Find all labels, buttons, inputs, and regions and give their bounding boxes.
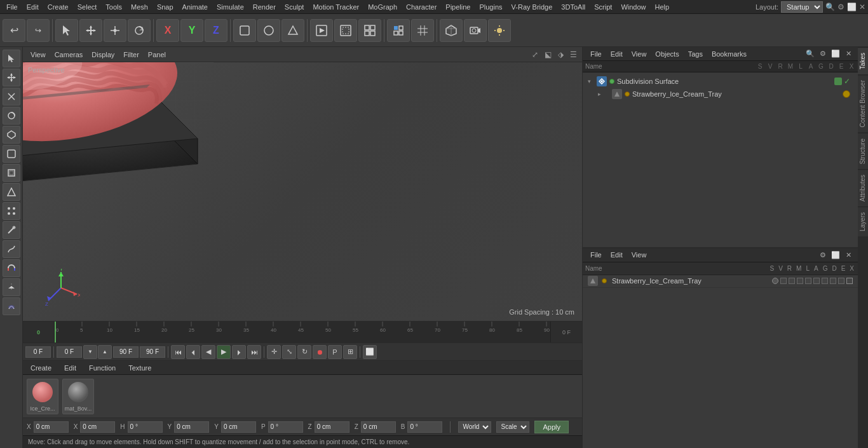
material-swatch-0[interactable]: Ice_Cre... [27,379,58,414]
knife-tool[interactable] [3,221,20,239]
camera-button[interactable] [464,19,487,42]
render-button[interactable] [310,19,333,42]
menu-edit[interactable]: Edit [23,2,43,12]
polygon-tool[interactable] [3,126,20,144]
rotate-button[interactable] [128,19,151,42]
transport-step-frame[interactable] [140,346,165,358]
transport-start-frame[interactable] [25,346,51,358]
vp-panel-menu[interactable]: Panel [144,50,170,60]
attr-file-menu[interactable]: File [587,250,606,260]
mat-edit-menu[interactable]: Edit [60,363,80,373]
attr-expand-btn[interactable]: ⬜ [830,249,841,261]
om-edit-menu[interactable]: Edit [607,49,627,59]
cursor-tool[interactable] [3,50,20,67]
transport-play-back[interactable]: ◀ [201,345,215,359]
mat-function-menu[interactable]: Function [85,363,119,373]
menu-tools[interactable]: Tools [102,2,126,12]
settings-icon[interactable]: ⚙ [837,3,844,11]
layout-select[interactable]: Startup [781,1,823,13]
rotate-tool[interactable] [3,107,20,125]
transport-grid[interactable]: ⊞ [343,345,357,359]
menu-simulate[interactable]: Simulate [213,2,248,12]
coord-p-val[interactable] [268,421,303,433]
menu-snap[interactable]: Snap [153,2,177,12]
object-tree[interactable]: ▾ Subdivision Surface ✓ ▸ [583,72,858,247]
om-expand-btn[interactable]: ⬜ [830,48,841,60]
vp-icon-4[interactable]: ☰ [568,50,578,60]
perspective-button[interactable] [440,19,463,42]
om-search-btn[interactable]: 🔍 [804,48,816,60]
face-mode-tool[interactable] [3,183,20,201]
vp-icon-1[interactable]: ⤢ [530,50,540,60]
tab-structure[interactable]: Structure [858,133,868,170]
vp-view-menu[interactable]: View [27,50,50,60]
coord-h-val[interactable] [128,421,163,433]
menu-help[interactable]: Help [651,2,674,12]
coord-b-val[interactable] [407,421,442,433]
transport-frame-dec[interactable]: ▼ [83,345,97,359]
tab-takes[interactable]: Takes [858,47,868,74]
coord-x2-val[interactable] [80,421,115,433]
menu-3dtoall[interactable]: 3DToAll [557,2,589,12]
menu-script[interactable]: Script [590,2,616,12]
om-settings-btn[interactable]: ⚙ [817,48,829,60]
scale-tool[interactable] [3,88,20,105]
vp-cameras-menu[interactable]: Cameras [51,50,87,60]
move-button[interactable] [79,19,102,42]
viewport[interactable]: Perspective Grid Spacing : 10 cm Z X [23,62,582,321]
coord-x-pos[interactable] [34,421,69,433]
render-region-button[interactable] [334,19,357,42]
object-row-icecream[interactable]: ▸ Strawberry_Ice_Cream_Tray [585,88,855,100]
apply-button[interactable]: Apply [534,421,569,433]
transport-record[interactable]: ⏺ [313,345,327,359]
tab-content-browser[interactable]: Content Browser [858,74,868,132]
om-bookmarks-menu[interactable]: Bookmarks [708,49,750,59]
om-close-btn[interactable]: ✕ [843,48,854,60]
move-tool[interactable] [3,69,20,86]
point-mode-tool[interactable] [3,202,20,220]
om-tags-menu[interactable]: Tags [684,49,707,59]
om-view-menu[interactable]: View [628,49,651,59]
scale-select[interactable]: Scale [496,421,529,433]
transport-layout[interactable]: ⬜ [363,345,377,359]
menu-create[interactable]: Create [44,2,72,12]
coord-z-pos[interactable] [315,421,349,433]
symmetry-tool[interactable] [3,278,20,296]
redo-button[interactable]: ↪ [27,19,50,42]
transport-rotate[interactable]: ↻ [297,345,311,359]
menu-animate[interactable]: Animate [179,2,212,12]
vp-icon-3[interactable]: ⬗ [555,50,566,60]
coord-y-pos[interactable] [174,421,209,433]
transport-scale[interactable]: ⤡ [282,345,296,359]
obj-expand-subdivision[interactable]: ▾ [588,78,594,85]
face-mode-button[interactable] [281,19,304,42]
light-button[interactable] [488,19,511,42]
om-objects-menu[interactable]: Objects [651,49,682,59]
transport-step-back[interactable]: ⏴ [186,345,200,359]
snap-button[interactable] [387,19,410,42]
transport-autokey[interactable]: P [328,345,342,359]
grid-button[interactable] [411,19,434,42]
transport-step-fwd[interactable]: ⏵ [232,345,246,359]
menu-mesh[interactable]: Mesh [127,2,152,12]
undo-button[interactable]: ↩ [3,19,25,42]
transport-move[interactable]: ✛ [267,345,281,359]
object-mode-button[interactable] [233,19,256,42]
menu-select[interactable]: Select [74,2,101,12]
spline-tool[interactable] [3,240,20,258]
attr-close-btn[interactable]: ✕ [843,249,854,261]
menu-window[interactable]: Window [617,2,649,12]
menu-vray[interactable]: V-Ray Bridge [508,2,557,12]
menu-mograph[interactable]: MoGraph [364,2,401,12]
attr-edit-menu[interactable]: Edit [607,250,627,260]
attr-settings-btn[interactable]: ⚙ [817,249,829,261]
attr-view-menu[interactable]: View [628,250,651,260]
attr-obj-row[interactable]: Strawberry_Ice_Cream_Tray [583,275,858,288]
menu-pipeline[interactable]: Pipeline [442,2,474,12]
menu-render[interactable]: Render [249,2,280,12]
transport-play[interactable]: ▶ [217,345,231,359]
timeline-ruler[interactable]: 0 5 10 15 20 25 30 35 40 [55,322,550,343]
tab-layers[interactable]: Layers [858,207,868,236]
edge-mode-button[interactable] [257,19,280,42]
paint-tool[interactable] [3,297,20,315]
